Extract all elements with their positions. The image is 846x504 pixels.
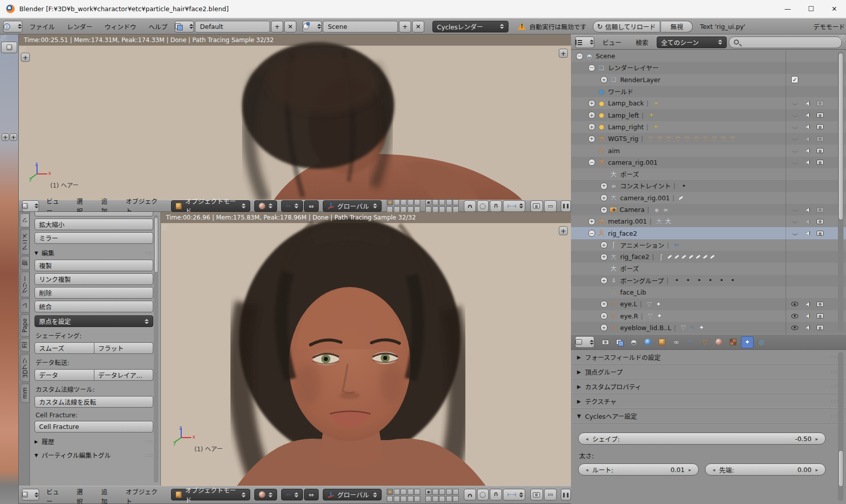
toolshelf-button[interactable]: ミラー bbox=[35, 232, 153, 244]
expand-icon[interactable]: + bbox=[600, 194, 607, 201]
viewport-bottom[interactable]: Time:00:26.96 | Mem:175.83M, Peak:178.96… bbox=[161, 212, 571, 486]
visibility-toggle[interactable] bbox=[789, 326, 800, 330]
render-toggle[interactable] bbox=[815, 124, 826, 129]
viewport-menu-オブジェクト[interactable]: オブジェクト bbox=[120, 200, 166, 211]
layer-cell[interactable] bbox=[446, 489, 452, 495]
layer-cell[interactable] bbox=[408, 206, 414, 212]
expand-icon[interactable]: + bbox=[600, 183, 607, 190]
orientation-select[interactable]: グローバル bbox=[323, 200, 382, 212]
toolshelf-button-partial[interactable] bbox=[35, 212, 153, 217]
layer-cell[interactable] bbox=[387, 199, 393, 205]
render-toggle[interactable] bbox=[815, 148, 826, 153]
toolshelf-button[interactable]: スムーズ bbox=[35, 342, 94, 354]
toolshelf-tab-mm[interactable]: mm bbox=[20, 383, 29, 403]
editor-type-button-info[interactable]: i bbox=[3, 21, 22, 32]
toolshelf-button[interactable]: リンク複製 bbox=[35, 273, 153, 285]
panel-カスタムプロパティ[interactable]: ▶カスタムプロパティ:::: bbox=[571, 379, 846, 394]
proportional-edit-button[interactable]: ◯ bbox=[477, 200, 489, 212]
expand-icon[interactable]: + bbox=[600, 301, 607, 308]
outliner-row-WGTS_rig[interactable]: +大WGTS_rig|▽▽▽▽▽▽▽▽▽▽➤ bbox=[571, 133, 846, 145]
properties-expand-icon[interactable]: + bbox=[559, 49, 568, 58]
add-layout-button[interactable]: + bbox=[271, 21, 283, 32]
editor-corner-widget[interactable] bbox=[162, 224, 168, 231]
pause-button[interactable]: ❚❚ bbox=[561, 489, 571, 500]
layer-cell[interactable] bbox=[387, 496, 393, 502]
layer-cell[interactable] bbox=[394, 489, 400, 495]
expand-icon[interactable]: + bbox=[600, 206, 607, 213]
layer-cell[interactable] bbox=[425, 199, 431, 205]
outliner-row-コンストレイント[interactable]: +∞コンストレイント|• bbox=[571, 180, 846, 192]
properties-tab-physics[interactable]: ◎ bbox=[755, 336, 768, 348]
editor-type-button-properties[interactable] bbox=[575, 336, 594, 348]
panel-頂点グループ[interactable]: ▶頂点グループ:::: bbox=[571, 365, 846, 379]
selectability-toggle[interactable]: ➤ bbox=[802, 147, 814, 154]
manipulator-toggle[interactable]: ⇔ bbox=[304, 200, 319, 212]
render-toggle[interactable] bbox=[815, 136, 826, 141]
outliner-row-ポーズ[interactable]: 大ポーズ bbox=[571, 168, 846, 180]
region-expand-icon[interactable]: + bbox=[2, 133, 9, 141]
opengl-render-anim-button[interactable]: ▭ bbox=[544, 489, 557, 500]
toolshelf-expand-icon[interactable]: + bbox=[21, 53, 30, 62]
outliner-search-menu[interactable]: 検索 bbox=[630, 35, 655, 49]
outliner-row-ワールド[interactable]: ●ワールド bbox=[571, 86, 846, 97]
slider-left-arrow-icon[interactable]: ◂ bbox=[586, 467, 588, 473]
expand-icon[interactable]: + bbox=[588, 100, 595, 107]
layer-cell[interactable] bbox=[432, 496, 438, 502]
layer-cell[interactable] bbox=[432, 489, 438, 495]
scene-field[interactable]: Scene bbox=[323, 21, 398, 32]
toolshelf-button[interactable]: 複製 bbox=[35, 260, 153, 271]
selectability-toggle[interactable]: ➤ bbox=[802, 230, 814, 237]
layer-cell[interactable] bbox=[408, 199, 414, 205]
collapse-icon[interactable]: − bbox=[588, 64, 595, 71]
panel-drag-dots-icon[interactable]: :::: bbox=[145, 250, 153, 256]
expand-icon[interactable]: + bbox=[600, 76, 607, 83]
slider-right-arrow-icon[interactable]: ▸ bbox=[816, 467, 818, 473]
layer-cell[interactable] bbox=[400, 489, 407, 495]
expand-icon[interactable]: + bbox=[600, 277, 607, 284]
layer-cell[interactable] bbox=[439, 489, 445, 495]
slider-left-arrow-icon[interactable]: ◂ bbox=[586, 436, 588, 442]
layer-cell[interactable] bbox=[453, 206, 459, 212]
layer-cell[interactable] bbox=[432, 199, 438, 205]
panel-フォースフィールドの設定[interactable]: ▶フォースフィールドの設定:::: bbox=[571, 350, 846, 365]
visibility-toggle[interactable] bbox=[789, 208, 800, 211]
expand-icon[interactable]: + bbox=[588, 218, 595, 225]
layer-cell[interactable] bbox=[387, 489, 393, 495]
properties-tab-particles[interactable]: ✦ bbox=[741, 336, 754, 348]
outliner-row-Lamp_right[interactable]: +●Lamp_right|✳➤ bbox=[571, 121, 846, 133]
toolshelf-tab-Fil[interactable]: Fil bbox=[20, 338, 29, 352]
visibility-toggle[interactable] bbox=[789, 125, 800, 129]
toolshelf-tab-アニメ[interactable]: アニメ bbox=[20, 229, 29, 255]
toolshelf-section[interactable]: ▶履歴:::: bbox=[35, 437, 153, 446]
properties-scrollbar-thumb[interactable] bbox=[838, 450, 843, 487]
properties-tab-object[interactable] bbox=[656, 336, 668, 348]
opengl-render-anim-button[interactable]: ▭ bbox=[544, 200, 557, 212]
render-toggle[interactable] bbox=[815, 302, 826, 307]
selectability-toggle[interactable]: ➤ bbox=[802, 159, 814, 166]
expand-icon[interactable]: + bbox=[588, 112, 595, 119]
visibility-toggle[interactable] bbox=[789, 137, 800, 140]
collapse-icon[interactable]: − bbox=[576, 53, 583, 60]
collapse-icon[interactable]: − bbox=[588, 159, 595, 166]
visibility-toggle[interactable] bbox=[789, 302, 800, 306]
properties-tab-world[interactable] bbox=[641, 336, 654, 348]
visibility-toggle[interactable] bbox=[789, 161, 800, 164]
expand-icon[interactable]: + bbox=[588, 123, 595, 130]
editor-corner-widget[interactable] bbox=[839, 35, 845, 42]
outliner-row-aim[interactable]: 人aim➤ bbox=[571, 145, 846, 156]
expand-icon[interactable]: + bbox=[600, 324, 607, 331]
editor-type-button-3dview[interactable] bbox=[22, 489, 39, 500]
toolshelf-button[interactable]: データ bbox=[35, 369, 94, 381]
render-engine-select[interactable]: Cyclesレンダー bbox=[432, 21, 509, 32]
layer-cell[interactable] bbox=[453, 489, 459, 495]
editor-type-button-3dview[interactable] bbox=[22, 200, 39, 212]
pivot-select[interactable]: ◦◦ bbox=[281, 489, 303, 500]
outliner-filter-select[interactable]: 全てのシーン bbox=[657, 37, 727, 48]
slider-right-arrow-icon[interactable]: ▸ bbox=[689, 467, 691, 473]
opengl-render-button[interactable] bbox=[530, 489, 543, 500]
visibility-toggle[interactable] bbox=[789, 314, 800, 318]
snap-element-select[interactable]: ⊢⊣ bbox=[503, 489, 525, 500]
visibility-toggle[interactable] bbox=[789, 149, 800, 153]
editor-type-button-outliner[interactable] bbox=[575, 37, 594, 48]
close-layout-button[interactable]: ✕ bbox=[284, 21, 296, 32]
